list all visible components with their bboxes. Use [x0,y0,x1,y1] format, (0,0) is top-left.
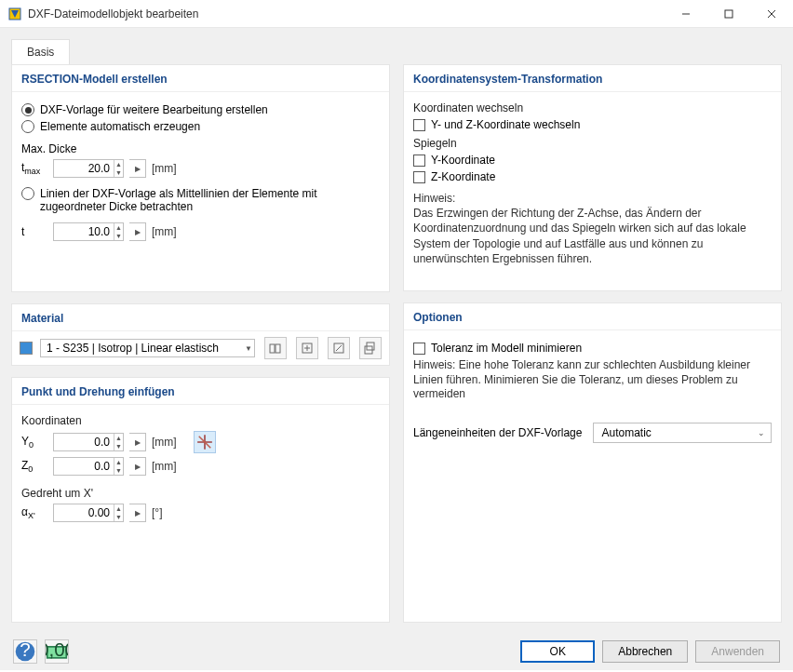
cancel-button[interactable]: Abbrechen [602,640,688,663]
t-spinbox[interactable]: ▲▼ [53,222,124,241]
spin-up-icon[interactable]: ▲ [114,223,123,232]
tmax-unit: [mm] [152,162,177,175]
panel-insert: Punkt und Drehung einfügen Koordinaten Y… [11,377,390,623]
y0-unit: [mm] [152,436,177,449]
minimize-button[interactable] [665,0,707,28]
panel-material: Material 1 - S235 | Isotrop | Linear ela… [11,303,390,366]
tolerance-hint: Hinweis: Eine hohe Toleranz kann zur sch… [413,358,772,402]
t-input[interactable] [54,223,114,240]
radio-midlines-label-2: zugeordneter Dicke betrachten [40,200,316,213]
panel-material-title: Material [12,304,389,331]
material-swatch [20,342,33,355]
chk-min-tolerance[interactable] [413,343,425,355]
chevron-down-icon: ▼ [245,344,252,353]
length-units-value: Automatic [601,426,651,439]
t-unit: [mm] [152,225,177,238]
mirror-label: Spiegeln [413,137,772,150]
radio-auto-elements[interactable] [21,120,34,133]
spin-down-icon[interactable]: ▼ [114,168,123,177]
radio-midlines[interactable] [21,187,34,200]
z0-input[interactable] [54,458,114,475]
y0-menu-button[interactable]: ▶ [129,433,146,451]
y0-var: Y0 [21,435,47,450]
radio-midlines-label-1: Linien der DXF-Vorlage als Mittellinien … [40,187,316,200]
tmax-var: tmax [21,161,47,176]
svg-text:?: ? [20,640,30,660]
note-heading: Hinweis: [413,192,455,205]
radio-template-label: DXF-Vorlage für weitere Bearbeitung erst… [40,103,268,116]
spin-up-icon[interactable]: ▲ [114,434,123,442]
alphax-menu-button[interactable]: ▶ [129,504,146,522]
edit-button[interactable] [328,337,350,359]
pick-point-button[interactable] [194,431,216,453]
panel-rsection: RSECTION-Modell erstellen DXF-Vorlage fü… [11,64,390,292]
rotation-label: Gedreht um X' [21,487,380,500]
spin-down-icon[interactable]: ▼ [114,513,123,521]
tmax-spinbox[interactable]: ▲▼ [53,159,124,178]
length-units-label: Längeneinheiten der DXF-Vorlage [413,426,582,439]
svg-text:0,00: 0,00 [46,640,68,660]
koord-label: Koordinaten [21,414,380,427]
panel-coord-transform: Koordinatensystem-Transformation Koordin… [403,64,782,291]
alphax-var: αX' [21,505,47,520]
z0-menu-button[interactable]: ▶ [129,457,146,476]
footer: ? 0,00 OK Abbrechen Anwenden [0,633,793,670]
radio-auto-elements-label: Elemente automatisch erzeugen [40,120,200,133]
panel-insert-title: Punkt und Drehung einfügen [12,378,389,405]
svg-rect-5 [270,344,275,353]
panel-coord-transform-title: Koordinatensystem-Transformation [404,65,781,92]
spin-up-icon[interactable]: ▲ [114,458,123,466]
chk-swap-yz[interactable] [413,119,425,131]
units-button[interactable]: 0,00 [45,639,69,664]
chevron-down-icon: ⌄ [758,428,765,437]
alphax-unit: [°] [152,506,162,519]
ok-button[interactable]: OK [520,640,595,663]
copy-button[interactable] [359,337,382,359]
chk-mirror-z-label: Z-Koordinate [431,170,495,183]
note-text: Das Erzwingen der Richtung der Z-Achse, … [413,207,746,265]
alphax-spinbox[interactable]: ▲▼ [53,504,124,522]
titlebar: DXF-Dateimodellobjekt bearbeiten [0,0,793,28]
tmax-menu-button[interactable]: ▶ [129,159,146,178]
close-button[interactable] [750,0,793,28]
maxdicke-label: Max. Dicke [21,142,76,155]
alphax-input[interactable] [54,504,114,521]
svg-rect-2 [725,10,733,18]
tmax-input[interactable] [54,160,114,177]
spin-up-icon[interactable]: ▲ [114,160,123,168]
spin-up-icon[interactable]: ▲ [114,504,123,513]
tabstrip: Basis [11,39,782,64]
z0-spinbox[interactable]: ▲▼ [53,457,124,476]
chk-mirror-y[interactable] [413,155,425,167]
apply-button[interactable]: Anwenden [695,640,780,663]
window-title: DXF-Dateimodellobjekt bearbeiten [28,7,665,20]
y0-spinbox[interactable]: ▲▼ [53,433,124,451]
spin-down-icon[interactable]: ▼ [114,466,123,475]
tab-basis[interactable]: Basis [11,39,70,64]
radio-template[interactable] [21,103,34,116]
app-icon [7,7,22,21]
panel-rsection-title: RSECTION-Modell erstellen [12,65,389,92]
panel-options-title: Optionen [404,303,781,330]
y0-input[interactable] [54,434,114,450]
material-select[interactable]: 1 - S235 | Isotrop | Linear elastisch ▼ [40,339,255,357]
swap-coords-label: Koordinaten wechseln [413,101,772,114]
spin-down-icon[interactable]: ▼ [114,232,123,240]
svg-rect-6 [276,344,280,353]
length-units-select[interactable]: Automatic ⌄ [593,423,772,443]
z0-unit: [mm] [152,460,177,473]
spin-down-icon[interactable]: ▼ [114,442,123,450]
panel-options: Optionen Toleranz im Modell minimieren H… [403,302,782,623]
chk-min-tolerance-label: Toleranz im Modell minimieren [431,342,582,355]
new-button[interactable] [296,337,318,359]
t-menu-button[interactable]: ▶ [129,222,146,241]
maximize-button[interactable] [707,0,750,28]
z0-var: Z0 [21,459,47,474]
chk-swap-yz-label: Y- und Z-Koordinate wechseln [431,118,580,131]
chk-mirror-y-label: Y-Koordinate [431,154,495,167]
chk-mirror-z[interactable] [413,171,425,183]
help-button[interactable]: ? [13,639,37,664]
library-button[interactable] [264,337,287,359]
t-var: t [21,225,47,238]
material-value: 1 - S235 | Isotrop | Linear elastisch [47,342,219,355]
